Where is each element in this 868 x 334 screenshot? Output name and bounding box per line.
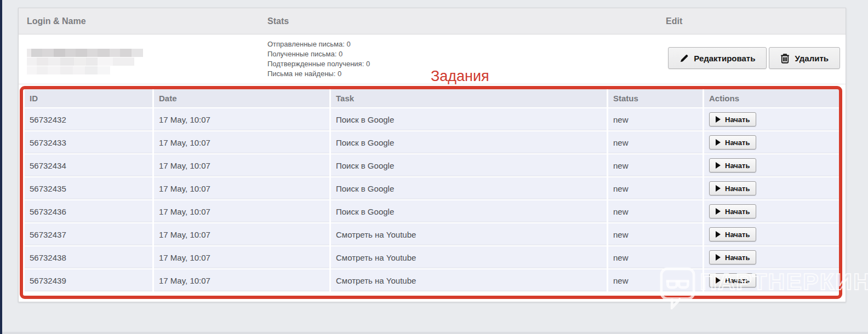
- task-actions-cell: Начать: [704, 268, 842, 291]
- task-name: Смотреть на Youtube: [331, 245, 608, 268]
- start-button-label: Начать: [725, 254, 750, 262]
- task-name: Поиск в Google: [331, 130, 608, 153]
- task-id: 56732436: [25, 199, 154, 222]
- stats-column-header: Stats: [267, 16, 289, 26]
- table-row: 56732438 17 May, 10:07 Смотреть на Youtu…: [25, 245, 842, 268]
- task-id: 56732435: [25, 176, 154, 199]
- task-date: 17 May, 10:07: [154, 176, 331, 199]
- column-header-date: Date: [154, 89, 331, 107]
- task-status: new: [608, 107, 704, 130]
- table-row: 56732439 17 May, 10:07 Смотреть на Youtu…: [25, 268, 842, 291]
- start-button-label: Начать: [725, 139, 750, 147]
- table-row: 56732436 17 May, 10:07 Поиск в Google ne…: [25, 199, 842, 222]
- task-id: 56732439: [25, 268, 154, 291]
- task-status: new: [608, 130, 704, 153]
- task-name: Поиск в Google: [331, 153, 608, 176]
- bottom-strip: [2, 332, 868, 334]
- task-actions-cell: Начать: [704, 107, 842, 130]
- task-actions-cell: Начать: [704, 245, 842, 268]
- task-name: Смотреть на Youtube: [331, 268, 608, 291]
- task-actions-cell: Начать: [704, 222, 842, 245]
- edit-column-header: Edit: [666, 16, 682, 26]
- stat-received-letters: Полученные письма: 0: [267, 49, 370, 59]
- task-date: 17 May, 10:07: [154, 199, 331, 222]
- play-icon: [716, 231, 721, 238]
- column-header-actions: Actions: [704, 89, 842, 107]
- table-row: 56732432 17 May, 10:07 Поиск в Google ne…: [25, 107, 842, 130]
- task-name: Поиск в Google: [331, 199, 608, 222]
- left-edge-bar: [0, 0, 2, 334]
- column-header-task: Task: [331, 89, 608, 107]
- account-card: Login & Name Stats Edit Отправленные пис…: [18, 8, 846, 302]
- stat-confirmed-receipts: Подтвержденные получения: 0: [267, 59, 370, 69]
- table-row: 56732433 17 May, 10:07 Поиск в Google ne…: [25, 130, 842, 153]
- column-header-id: ID: [25, 89, 154, 107]
- table-row: 56732435 17 May, 10:07 Поиск в Google ne…: [25, 176, 842, 199]
- task-actions-cell: Начать: [704, 130, 842, 153]
- task-actions-cell: Начать: [704, 199, 842, 222]
- tasks-body: 56732432 17 May, 10:07 Поиск в Google ne…: [25, 107, 842, 291]
- stat-sent-letters: Отправленные письма: 0: [267, 39, 370, 49]
- table-row: 56732437 17 May, 10:07 Смотреть на Youtu…: [25, 222, 842, 245]
- start-button[interactable]: Начать: [709, 112, 756, 126]
- edit-actions: Редактировать Удалить: [668, 47, 840, 69]
- task-actions-cell: Начать: [704, 153, 842, 176]
- start-button[interactable]: Начать: [709, 135, 756, 149]
- start-button-label: Начать: [725, 277, 750, 285]
- pencil-icon: [679, 54, 689, 63]
- play-icon: [716, 208, 721, 215]
- start-button[interactable]: Начать: [709, 158, 756, 172]
- play-icon: [716, 185, 721, 192]
- column-header-status: Status: [608, 89, 704, 107]
- task-name: Смотреть на Youtube: [331, 222, 608, 245]
- task-status: new: [608, 268, 704, 291]
- start-button-label: Начать: [725, 231, 750, 239]
- edit-button[interactable]: Редактировать: [668, 47, 767, 69]
- task-date: 17 May, 10:07: [154, 268, 331, 291]
- edit-button-label: Редактировать: [694, 54, 755, 63]
- account-row: Отправленные письма: 0 Полученные письма…: [19, 34, 846, 84]
- redacted-login-name: [27, 49, 145, 75]
- start-button[interactable]: Начать: [709, 181, 756, 195]
- start-button-label: Начать: [725, 208, 750, 216]
- table-row: 56732434 17 May, 10:07 Поиск в Google ne…: [25, 153, 842, 176]
- task-date: 17 May, 10:07: [154, 222, 331, 245]
- delete-button[interactable]: Удалить: [769, 47, 840, 69]
- start-button[interactable]: Начать: [709, 227, 756, 241]
- start-button-label: Начать: [725, 116, 750, 124]
- stat-letters-not-found: Письма не найдены: 0: [267, 69, 370, 79]
- play-icon: [716, 139, 721, 146]
- task-date: 17 May, 10:07: [154, 153, 331, 176]
- task-id: 56732438: [25, 245, 154, 268]
- stats-block: Отправленные письма: 0 Полученные письма…: [267, 39, 370, 79]
- play-icon: [716, 116, 721, 123]
- delete-button-label: Удалить: [795, 54, 829, 63]
- start-button[interactable]: Начать: [709, 204, 756, 218]
- task-status: new: [608, 153, 704, 176]
- play-icon: [716, 254, 721, 261]
- task-status: new: [608, 176, 704, 199]
- task-date: 17 May, 10:07: [154, 107, 331, 130]
- tasks-table-container: ID Date Task Status Actions 56732432 17 …: [25, 89, 842, 291]
- task-date: 17 May, 10:07: [154, 130, 331, 153]
- task-status: new: [608, 245, 704, 268]
- tasks-table-header-row: ID Date Task Status Actions: [25, 89, 842, 107]
- task-id: 56732432: [25, 107, 154, 130]
- play-icon: [716, 162, 721, 169]
- start-button[interactable]: Начать: [709, 250, 756, 264]
- start-button-label: Начать: [725, 162, 750, 170]
- task-id: 56732434: [25, 153, 154, 176]
- task-name: Поиск в Google: [331, 107, 608, 130]
- task-status: new: [608, 222, 704, 245]
- login-name-column-header: Login & Name: [27, 16, 86, 26]
- play-icon: [716, 277, 721, 284]
- card-header-row: Login & Name Stats Edit: [19, 8, 846, 34]
- task-date: 17 May, 10:07: [154, 245, 331, 268]
- task-status: new: [608, 199, 704, 222]
- start-button-label: Начать: [725, 185, 750, 193]
- task-actions-cell: Начать: [704, 176, 842, 199]
- trash-icon: [780, 53, 790, 64]
- task-name: Поиск в Google: [331, 176, 608, 199]
- tasks-table: ID Date Task Status Actions 56732432 17 …: [25, 89, 842, 291]
- start-button[interactable]: Начать: [709, 273, 756, 287]
